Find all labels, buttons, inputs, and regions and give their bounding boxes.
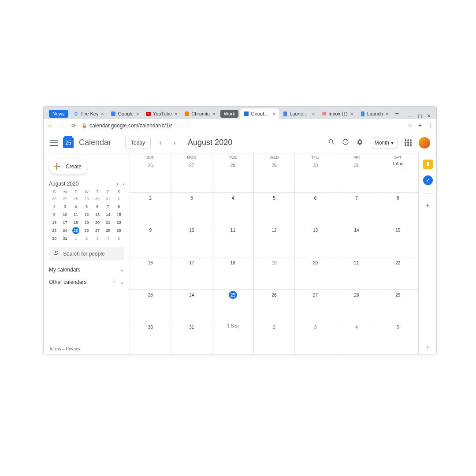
day-cell[interactable]: 1 Aug: [377, 160, 419, 192]
mini-day-cell[interactable]: 15: [114, 211, 124, 219]
mini-day-cell[interactable]: 29: [81, 195, 92, 203]
day-cell[interactable]: 3: [171, 193, 213, 224]
mini-day-cell[interactable]: 27: [92, 227, 103, 234]
browser-tab[interactable]: Launch✕: [357, 108, 392, 119]
browser-tab[interactable]: Google✕: [107, 108, 142, 119]
back-button[interactable]: ←: [47, 123, 54, 129]
day-cell[interactable]: 4: [336, 322, 378, 354]
mini-day-cell[interactable]: 4: [103, 234, 113, 242]
main-menu-button[interactable]: [50, 140, 58, 146]
my-calendars-toggle[interactable]: My calendars ⌄: [49, 267, 124, 273]
tasks-icon[interactable]: ✓: [423, 175, 433, 185]
browser-tab[interactable]: GThe Key✕: [70, 108, 108, 119]
mini-day-cell[interactable]: 26: [81, 227, 92, 234]
mini-day-cell[interactable]: 5: [81, 203, 92, 211]
day-cell[interactable]: 28: [336, 290, 378, 321]
mini-day-cell[interactable]: 30: [49, 234, 60, 242]
mini-day-cell[interactable]: 14: [103, 211, 113, 219]
browser-tab[interactable]: Launch Pr✕: [279, 108, 318, 119]
browser-tab[interactable]: MInbox (1)✕: [318, 108, 356, 119]
today-button[interactable]: Today: [125, 137, 151, 149]
privacy-link[interactable]: Privacy: [66, 346, 80, 351]
mini-day-cell[interactable]: 4: [71, 203, 81, 211]
prev-month-button[interactable]: ‹: [156, 139, 165, 146]
day-cell[interactable]: 24: [171, 290, 213, 321]
mini-day-cell[interactable]: 6: [92, 203, 103, 211]
settings-gear-icon[interactable]: [356, 138, 364, 147]
day-cell[interactable]: 5: [377, 322, 419, 354]
mini-day-cell[interactable]: 17: [60, 219, 70, 227]
day-cell[interactable]: 22: [377, 257, 419, 289]
mini-day-cell[interactable]: 22: [114, 219, 124, 227]
reload-button[interactable]: ⟳: [70, 123, 77, 129]
mini-day-cell[interactable]: 30: [92, 195, 103, 203]
day-cell[interactable]: 31: [171, 322, 213, 354]
mini-day-cell[interactable]: 13: [92, 211, 103, 219]
tab-group-news[interactable]: News: [49, 110, 68, 118]
day-cell[interactable]: 29: [254, 160, 295, 192]
day-cell[interactable]: 30: [130, 322, 171, 354]
new-tab-button[interactable]: +: [392, 108, 402, 119]
mini-day-cell[interactable]: 2: [49, 203, 60, 211]
day-cell[interactable]: 31: [336, 160, 378, 192]
mini-day-cell[interactable]: 29: [114, 227, 124, 234]
mini-day-cell[interactable]: 19: [81, 219, 92, 227]
mini-day-cell[interactable]: 27: [60, 195, 70, 203]
mini-day-cell[interactable]: 28: [71, 195, 81, 203]
account-avatar[interactable]: [419, 137, 430, 149]
mini-day-cell[interactable]: 7: [103, 203, 113, 211]
day-cell[interactable]: 12: [254, 225, 295, 257]
day-cell[interactable]: 3: [295, 322, 336, 354]
browser-menu-icon[interactable]: ⋮: [428, 123, 433, 129]
day-cell[interactable]: 27: [295, 290, 336, 321]
maximize-button[interactable]: ◻: [418, 113, 422, 119]
mini-day-cell[interactable]: 20: [92, 219, 103, 227]
bookmark-icon[interactable]: ☆: [408, 123, 413, 129]
day-cell[interactable]: 25: [212, 290, 254, 321]
browser-tab[interactable]: Google C✕: [240, 108, 279, 119]
minimize-button[interactable]: —: [408, 113, 413, 119]
day-cell[interactable]: 8: [377, 193, 419, 224]
mini-next-button[interactable]: ›: [123, 181, 124, 186]
keep-icon[interactable]: [423, 160, 433, 169]
day-cell[interactable]: 7: [336, 193, 378, 224]
add-calendar-icon[interactable]: +: [112, 279, 115, 285]
day-cell[interactable]: 15: [377, 225, 419, 257]
close-tab-icon[interactable]: ✕: [350, 112, 354, 116]
other-calendars-toggle[interactable]: Other calendars + ⌄: [49, 279, 124, 285]
day-cell[interactable]: 16: [130, 257, 171, 289]
day-cell[interactable]: 20: [295, 257, 336, 289]
mini-day-cell[interactable]: 3: [92, 234, 103, 242]
close-tab-icon[interactable]: ✕: [135, 112, 140, 116]
day-cell[interactable]: 21: [336, 257, 378, 289]
mini-day-cell[interactable]: 25: [71, 227, 81, 234]
day-cell[interactable]: 11: [212, 225, 254, 257]
mini-day-cell[interactable]: 1: [71, 234, 81, 242]
day-cell[interactable]: 23: [130, 290, 171, 321]
day-cell[interactable]: 4: [212, 193, 254, 224]
url-box[interactable]: 🔒 calendar.google.com/calendar/b/1/r: [82, 123, 403, 129]
day-cell[interactable]: 1 Sep: [212, 322, 254, 354]
mini-day-cell[interactable]: 10: [60, 211, 70, 219]
day-cell[interactable]: 18: [212, 257, 254, 289]
help-icon[interactable]: ?: [342, 138, 349, 147]
close-tab-icon[interactable]: ✕: [385, 112, 389, 116]
close-tab-icon[interactable]: ✕: [174, 112, 178, 116]
mini-day-cell[interactable]: 26: [49, 195, 60, 203]
day-cell[interactable]: 27: [171, 160, 213, 192]
forward-button[interactable]: →: [59, 123, 66, 129]
add-addon-icon[interactable]: +: [426, 201, 430, 209]
view-dropdown[interactable]: Month▾: [371, 137, 398, 149]
close-tab-icon[interactable]: ✕: [272, 112, 277, 116]
mini-day-cell[interactable]: 24: [60, 227, 70, 234]
mini-prev-button[interactable]: ‹: [117, 181, 119, 186]
mini-day-cell[interactable]: 1: [114, 195, 124, 203]
mini-day-cell[interactable]: 2: [81, 234, 92, 242]
mini-day-cell[interactable]: 18: [71, 219, 81, 227]
mini-day-cell[interactable]: 8: [114, 203, 124, 211]
day-cell[interactable]: 2: [254, 322, 295, 354]
day-cell[interactable]: 13: [295, 225, 336, 257]
next-month-button[interactable]: ›: [170, 139, 179, 146]
mini-day-cell[interactable]: 31: [103, 195, 113, 203]
mini-day-cell[interactable]: 31: [60, 234, 70, 242]
